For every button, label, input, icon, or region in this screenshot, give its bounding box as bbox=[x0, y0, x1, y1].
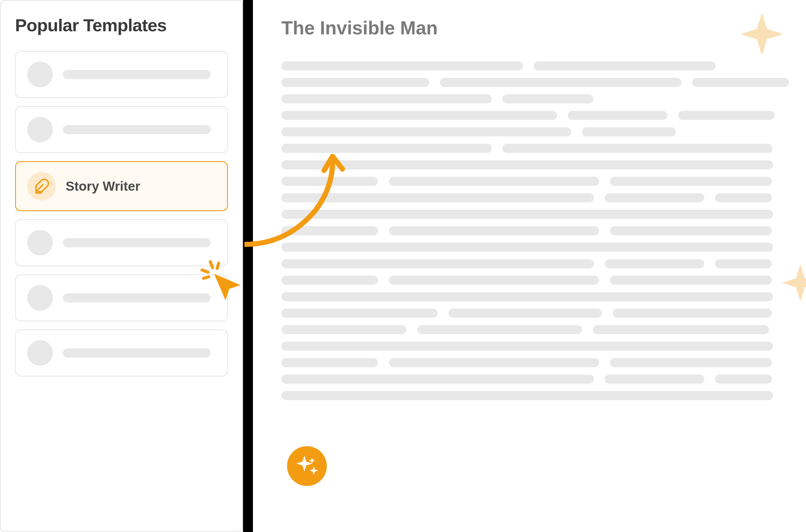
text-line-placeholder bbox=[715, 375, 772, 384]
text-line-placeholder bbox=[281, 127, 571, 136]
template-item-story-writer[interactable]: Story Writer bbox=[15, 161, 228, 211]
text-line-placeholder bbox=[610, 276, 772, 285]
text-line-placeholder bbox=[281, 309, 438, 318]
svg-line-0 bbox=[36, 185, 43, 192]
text-line-placeholder bbox=[502, 144, 772, 153]
text-line-placeholder bbox=[610, 358, 772, 367]
text-line-placeholder bbox=[281, 259, 594, 268]
template-label-placeholder bbox=[63, 70, 211, 79]
text-line-placeholder bbox=[610, 226, 772, 235]
text-line-placeholder bbox=[593, 325, 769, 334]
text-line-placeholder bbox=[440, 78, 682, 87]
text-line-placeholder bbox=[610, 177, 772, 186]
text-line-placeholder bbox=[281, 226, 378, 235]
template-icon-placeholder bbox=[27, 340, 53, 366]
text-line-placeholder bbox=[605, 193, 704, 202]
text-line-placeholder bbox=[692, 78, 789, 87]
text-line-placeholder bbox=[389, 276, 599, 285]
text-line-placeholder bbox=[281, 193, 594, 202]
template-item[interactable] bbox=[15, 219, 228, 266]
text-line-placeholder bbox=[605, 259, 704, 268]
text-line-placeholder bbox=[389, 226, 599, 235]
text-line-placeholder bbox=[281, 276, 378, 285]
text-line-placeholder bbox=[613, 309, 772, 318]
text-line-placeholder bbox=[281, 342, 773, 351]
template-icon-placeholder bbox=[27, 285, 53, 311]
text-line-placeholder bbox=[281, 325, 406, 334]
template-icon-placeholder bbox=[27, 117, 53, 142]
text-line-placeholder bbox=[281, 78, 429, 87]
template-label: Story Writer bbox=[66, 178, 140, 194]
document-content: The Invisible Man bbox=[253, 0, 806, 532]
template-label-placeholder bbox=[63, 293, 211, 302]
text-line-placeholder bbox=[281, 111, 557, 120]
text-line-placeholder bbox=[389, 177, 599, 186]
text-line-placeholder bbox=[281, 177, 378, 186]
text-line-placeholder bbox=[448, 309, 602, 318]
document-title: The Invisible Man bbox=[281, 17, 792, 39]
text-line-placeholder bbox=[678, 111, 775, 120]
text-line-placeholder bbox=[281, 160, 773, 169]
template-item[interactable] bbox=[15, 329, 228, 377]
text-line-placeholder bbox=[715, 259, 772, 268]
text-line-placeholder bbox=[281, 358, 378, 367]
vertical-divider bbox=[243, 0, 253, 532]
document-body-placeholder bbox=[281, 61, 792, 400]
text-line-placeholder bbox=[281, 243, 773, 252]
text-line-placeholder bbox=[281, 391, 773, 400]
template-label-placeholder bbox=[63, 125, 211, 134]
text-line-placeholder bbox=[281, 375, 594, 384]
template-icon-placeholder bbox=[27, 62, 53, 87]
template-item[interactable] bbox=[15, 106, 228, 153]
text-line-placeholder bbox=[582, 127, 676, 136]
text-line-placeholder bbox=[605, 375, 704, 384]
sparkle-icon bbox=[293, 453, 321, 480]
template-item[interactable] bbox=[15, 274, 228, 321]
text-line-placeholder bbox=[534, 61, 716, 71]
template-icon-placeholder bbox=[27, 230, 53, 255]
text-line-placeholder bbox=[281, 61, 523, 71]
sparkle-badge[interactable] bbox=[287, 446, 327, 486]
templates-sidebar: Popular Templates Story Writer bbox=[0, 0, 243, 532]
template-item[interactable] bbox=[15, 51, 228, 98]
text-line-placeholder bbox=[715, 193, 772, 202]
text-line-placeholder bbox=[281, 144, 492, 153]
feather-quill-icon bbox=[27, 172, 56, 201]
text-line-placeholder bbox=[417, 325, 582, 334]
text-line-placeholder bbox=[281, 94, 492, 103]
sidebar-title: Popular Templates bbox=[15, 15, 228, 35]
template-label-placeholder bbox=[63, 348, 211, 358]
text-line-placeholder bbox=[281, 210, 773, 219]
text-line-placeholder bbox=[389, 358, 599, 367]
template-label-placeholder bbox=[63, 238, 211, 247]
text-line-placeholder bbox=[502, 94, 593, 103]
text-line-placeholder bbox=[281, 292, 773, 301]
text-line-placeholder bbox=[568, 111, 667, 120]
